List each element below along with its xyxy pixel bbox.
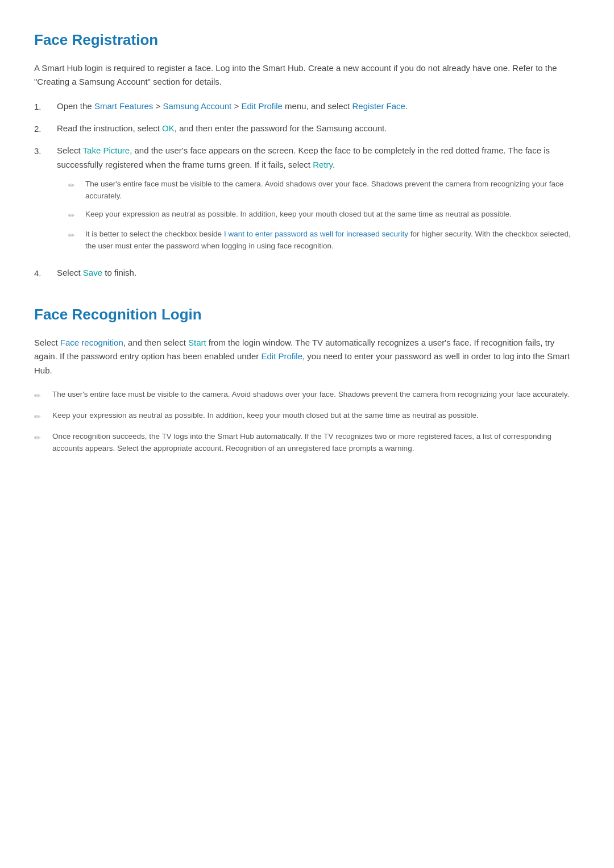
section2-note-1-icon bbox=[34, 389, 48, 402]
password-checkbox-link[interactable]: I want to enter password as well for inc… bbox=[224, 230, 408, 238]
save-link[interactable]: Save bbox=[83, 268, 102, 277]
step-2-number: 2. bbox=[34, 122, 57, 136]
retry-link[interactable]: Retry bbox=[313, 160, 333, 169]
section1-intro: A Smart Hub login is required to registe… bbox=[34, 61, 580, 90]
step-1-content: Open the Smart Features > Samsung Accoun… bbox=[57, 99, 580, 114]
section2-note-1-text: The user's entire face must be visible t… bbox=[52, 388, 580, 401]
section2-note-3-text: Once recognition succeeds, the TV logs i… bbox=[52, 430, 580, 455]
step-2: 2. Read the instruction, select OK, and … bbox=[34, 122, 580, 136]
samsung-account-link[interactable]: Samsung Account bbox=[163, 101, 231, 111]
note-1: The user's entire face must be visible t… bbox=[68, 178, 580, 202]
smart-features-link[interactable]: Smart Features bbox=[94, 101, 153, 111]
section2-note-1: The user's entire face must be visible t… bbox=[34, 388, 580, 402]
note-2-icon bbox=[68, 209, 81, 222]
note-1-text: The user's entire face must be visible t… bbox=[85, 178, 580, 202]
step-3-content: Select Take Picture, and the user's face… bbox=[57, 144, 580, 258]
note-2-text: Keep your expression as neutral as possi… bbox=[85, 208, 580, 221]
note-3: It is better to select the checkbox besi… bbox=[68, 228, 580, 252]
section2-note-3: Once recognition succeeds, the TV logs i… bbox=[34, 430, 580, 455]
note-1-icon bbox=[68, 178, 81, 192]
section2: Face Recognition Login Select Face recog… bbox=[34, 303, 580, 455]
step-1-number: 1. bbox=[34, 99, 57, 114]
note-3-text: It is better to select the checkbox besi… bbox=[85, 228, 580, 252]
section2-intro: Select Face recognition, and then select… bbox=[34, 336, 580, 378]
section2-notes: The user's entire face must be visible t… bbox=[34, 388, 580, 455]
section1-title: Face Registration bbox=[34, 28, 580, 52]
step-3-notes: The user's entire face must be visible t… bbox=[57, 178, 580, 252]
step-4-number: 4. bbox=[34, 266, 57, 280]
step-4: 4. Select Save to finish. bbox=[34, 266, 580, 280]
section2-title: Face Recognition Login bbox=[34, 303, 580, 327]
edit-profile-link2[interactable]: Edit Profile bbox=[261, 351, 302, 361]
step-2-content: Read the instruction, select OK, and the… bbox=[57, 122, 580, 136]
section2-note-2-text: Keep your expression as neutral as possi… bbox=[52, 409, 580, 422]
section2-note-2: Keep your expression as neutral as possi… bbox=[34, 409, 580, 423]
section2-note-3-icon bbox=[34, 431, 48, 445]
step-3: 3. Select Take Picture, and the user's f… bbox=[34, 144, 580, 258]
edit-profile-link[interactable]: Edit Profile bbox=[241, 101, 283, 111]
register-face-link[interactable]: Register Face bbox=[352, 101, 405, 111]
step-1: 1. Open the Smart Features > Samsung Acc… bbox=[34, 99, 580, 114]
section2-note-2-icon bbox=[34, 410, 48, 423]
note-3-icon bbox=[68, 229, 81, 242]
step-4-content: Select Save to finish. bbox=[57, 266, 580, 280]
start-link[interactable]: Start bbox=[188, 338, 206, 347]
face-recognition-link[interactable]: Face recognition bbox=[60, 338, 123, 347]
ok-link[interactable]: OK bbox=[162, 123, 175, 133]
step-3-number: 3. bbox=[34, 144, 57, 158]
note-2: Keep your expression as neutral as possi… bbox=[68, 208, 580, 222]
take-picture-link[interactable]: Take Picture bbox=[83, 146, 130, 155]
section1-steps: 1. Open the Smart Features > Samsung Acc… bbox=[34, 99, 580, 280]
